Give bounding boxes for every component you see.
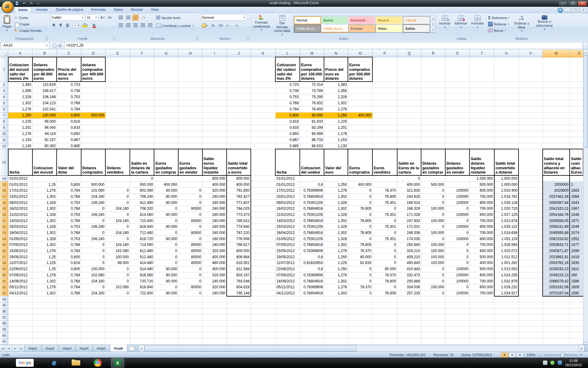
cell-F41[interactable]: [130, 339, 154, 345]
cell-Q21[interactable]: 247.833: [397, 218, 421, 224]
cell-L16[interactable]: 17/01/2012: [275, 187, 300, 194]
cell-F9[interactable]: [130, 125, 154, 131]
cell-L32[interactable]: 05/11/2012: [275, 284, 300, 290]
cell-W24[interactable]: 2062318,62: [543, 236, 570, 242]
cell-N31[interactable]: 1,302: [324, 278, 348, 284]
cell-B20[interactable]: 1,328: [32, 212, 57, 218]
cell-L8[interactable]: 0,816: [275, 118, 300, 125]
cell-W12[interactable]: [543, 143, 570, 149]
cell-I14[interactable]: 800.000: [202, 175, 227, 182]
cell-E29[interactable]: 0: [105, 266, 130, 272]
cell-S20[interactable]: 100000: [445, 212, 470, 218]
cell-L6[interactable]: 0,784: [275, 106, 300, 112]
cell-M31[interactable]: 0,76804916: [300, 278, 324, 284]
formula-bar-expand-icon[interactable]: ⌄: [583, 42, 588, 49]
cell-G38[interactable]: [154, 320, 178, 327]
column-header-W[interactable]: W: [543, 50, 570, 57]
cell-J32[interactable]: 804.828: [227, 284, 251, 290]
cell-V15[interactable]: [518, 182, 542, 188]
row-header-19[interactable]: 19: [0, 205, 8, 212]
cell-T34[interactable]: [469, 296, 494, 302]
cell-T32[interactable]: 600.000: [469, 284, 494, 290]
cell-V30[interactable]: [518, 272, 542, 278]
cell-F20[interactable]: 814.560: [130, 212, 154, 218]
cell-T10[interactable]: [469, 131, 494, 137]
cell-E17[interactable]: 0: [105, 194, 130, 200]
cell-K39[interactable]: [251, 326, 275, 332]
cell-B27[interactable]: 1,25: [32, 254, 57, 260]
cell-F34[interactable]: [130, 296, 154, 302]
cell-F30[interactable]: 616.560: [130, 272, 154, 278]
cell-O28[interactable]: 81.633: [348, 260, 372, 266]
taskbar-folder-icon[interactable]: [72, 359, 81, 366]
qat-customize-icon[interactable]: ▼: [36, 1, 41, 6]
cell-A11[interactable]: 1,153: [8, 137, 32, 143]
cell-P28[interactable]: 0: [372, 260, 397, 266]
cell-R5[interactable]: [421, 100, 445, 106]
cell-S11[interactable]: [445, 137, 470, 143]
cell-A25[interactable]: 07/05/2012: [8, 242, 32, 248]
cell-J24[interactable]: 776.506: [227, 236, 251, 242]
decrease-font-icon[interactable]: A˅: [107, 14, 113, 21]
row-header-7[interactable]: 7: [0, 112, 8, 118]
cell-P7[interactable]: [372, 112, 397, 118]
cell-T14[interactable]: 1.000.000: [469, 175, 494, 182]
cell-D5[interactable]: [81, 100, 106, 106]
style-normal[interactable]: Normal: [294, 16, 321, 24]
style-incorrecto[interactable]: Incorrecto: [349, 16, 375, 24]
fill-button[interactable]: ↓ Rellenar▾: [488, 21, 510, 27]
cell-J5[interactable]: [227, 100, 251, 106]
cell-E38[interactable]: [105, 320, 130, 327]
cell-A30[interactable]: 07/09/2012: [8, 272, 32, 278]
cell-C38[interactable]: [57, 320, 81, 327]
cell-G12[interactable]: [154, 143, 178, 149]
cell-M28[interactable]: 0,81632653: [300, 260, 324, 266]
cell-B4[interactable]: 106.248: [32, 94, 57, 100]
cell-G14[interactable]: [154, 175, 178, 182]
cell-E20[interactable]: 0: [105, 212, 130, 218]
cell-O29[interactable]: 0: [348, 266, 372, 272]
cell-V8[interactable]: [518, 118, 542, 125]
cell-L40[interactable]: [275, 332, 300, 339]
cell-Q40[interactable]: [397, 332, 421, 339]
cell-W17[interactable]: 2037482,38: [543, 194, 570, 200]
cell-W14[interactable]: [543, 175, 570, 182]
align-left-icon[interactable]: [118, 22, 124, 28]
sheet-tab-hoja4[interactable]: Hoja4: [76, 345, 92, 352]
cell-I20[interactable]: 160.000: [202, 212, 227, 218]
cell-V35[interactable]: [518, 302, 542, 308]
cell-Q5[interactable]: [397, 100, 421, 106]
cell-U14[interactable]: 1.000.000: [494, 175, 519, 182]
cell-I4[interactable]: [202, 94, 227, 100]
cell-G26[interactable]: 0: [154, 248, 178, 254]
cell-O11[interactable]: [348, 137, 372, 143]
cell-F14[interactable]: 0: [130, 175, 154, 182]
cell-O24[interactable]: 0: [348, 236, 372, 242]
cell-G16[interactable]: 80.000: [154, 187, 178, 194]
cell-H2[interactable]: [178, 82, 202, 88]
cell-P15[interactable]: [372, 182, 397, 188]
cell-G27[interactable]: 0: [154, 254, 178, 260]
cell-P2[interactable]: [372, 82, 397, 88]
cell-V17[interactable]: [518, 194, 542, 200]
cell-K24[interactable]: [251, 236, 275, 242]
cell-I17[interactable]: 240.000: [202, 194, 227, 200]
cell-Q7[interactable]: [397, 112, 421, 118]
row-header-14[interactable]: 14: [0, 175, 8, 182]
cell-O22[interactable]: 0: [348, 224, 372, 230]
cell-W37[interactable]: [543, 314, 570, 320]
cell-X41[interactable]: [570, 339, 583, 345]
cell-H3[interactable]: [178, 88, 202, 94]
clear-button[interactable]: Borrar▾: [488, 27, 510, 34]
cell-V27[interactable]: [518, 254, 542, 260]
cell-B41[interactable]: [32, 339, 57, 345]
cell-I34[interactable]: [202, 296, 227, 302]
cell-H16[interactable]: 0: [178, 187, 202, 194]
cell-G28[interactable]: 0: [154, 260, 178, 266]
cell-J21[interactable]: 785.622: [227, 218, 251, 224]
cell-Q41[interactable]: [397, 339, 421, 345]
cell-K20[interactable]: [251, 212, 275, 218]
cell-T9[interactable]: [469, 125, 494, 131]
cell-T8[interactable]: [469, 118, 494, 125]
cell-O12[interactable]: [348, 143, 372, 149]
